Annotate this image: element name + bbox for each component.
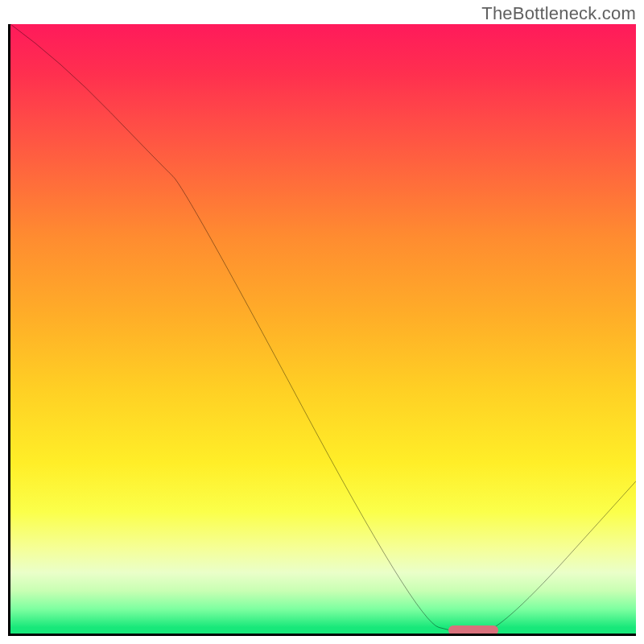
plot-area xyxy=(8,24,636,636)
watermark-text: TheBottleneck.com xyxy=(481,3,636,24)
chart-container: TheBottleneck.com xyxy=(0,0,644,644)
bottleneck-curve xyxy=(10,24,636,634)
optimal-marker xyxy=(448,625,498,635)
